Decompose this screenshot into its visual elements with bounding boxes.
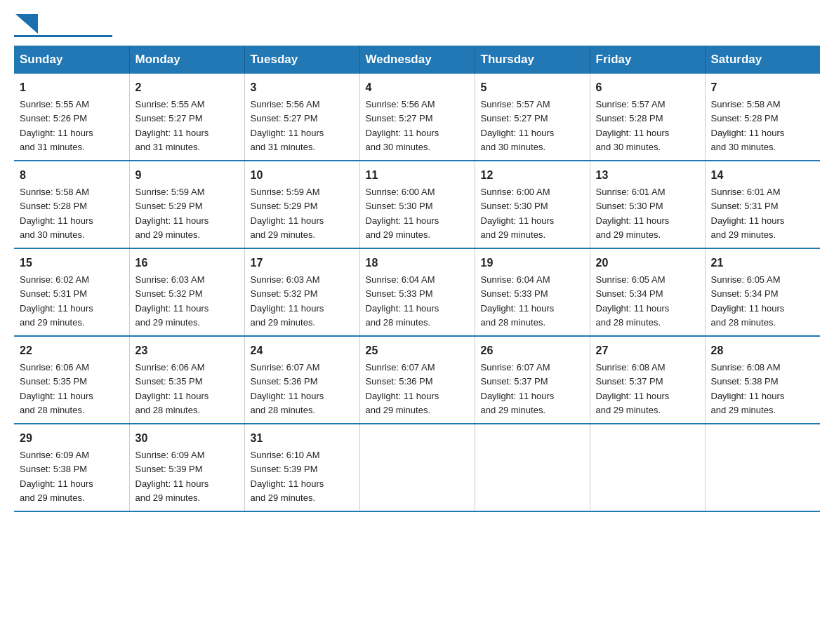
day-number: 25	[366, 342, 469, 359]
day-info: Sunrise: 6:01 AMSunset: 5:30 PMDaylight:…	[596, 187, 670, 240]
day-info: Sunrise: 5:59 AMSunset: 5:29 PMDaylight:…	[251, 187, 324, 240]
day-info: Sunrise: 6:07 AMSunset: 5:36 PMDaylight:…	[251, 362, 324, 415]
calendar-table: SundayMondayTuesdayWednesdayThursdayFrid…	[14, 46, 820, 512]
calendar-cell: 16Sunrise: 6:03 AMSunset: 5:32 PMDayligh…	[129, 248, 244, 336]
calendar-cell: 26Sunrise: 6:07 AMSunset: 5:37 PMDayligh…	[475, 336, 590, 424]
header-wednesday: Wednesday	[359, 46, 475, 74]
calendar-cell: 20Sunrise: 6:05 AMSunset: 5:34 PMDayligh…	[590, 248, 705, 336]
calendar-cell: 6Sunrise: 5:57 AMSunset: 5:28 PMDaylight…	[590, 74, 705, 161]
day-number: 13	[596, 167, 699, 184]
calendar-cell: 30Sunrise: 6:09 AMSunset: 5:39 PMDayligh…	[129, 424, 244, 511]
day-number: 10	[251, 167, 354, 184]
day-number: 20	[596, 255, 699, 271]
calendar-cell: 29Sunrise: 6:09 AMSunset: 5:38 PMDayligh…	[14, 424, 129, 511]
calendar-cell: 17Sunrise: 6:03 AMSunset: 5:32 PMDayligh…	[244, 248, 359, 336]
day-info: Sunrise: 6:04 AMSunset: 5:33 PMDaylight:…	[366, 274, 439, 328]
day-number: 28	[711, 342, 815, 359]
calendar-week-row: 1Sunrise: 5:55 AMSunset: 5:26 PMDaylight…	[14, 74, 820, 161]
day-number: 23	[135, 342, 239, 359]
header-saturday: Saturday	[705, 46, 820, 74]
day-info: Sunrise: 6:04 AMSunset: 5:33 PMDaylight:…	[481, 274, 555, 328]
day-info: Sunrise: 6:05 AMSunset: 5:34 PMDaylight:…	[711, 274, 785, 328]
calendar-cell: 19Sunrise: 6:04 AMSunset: 5:33 PMDayligh…	[475, 248, 590, 336]
calendar-cell: 31Sunrise: 6:10 AMSunset: 5:39 PMDayligh…	[244, 424, 359, 511]
svg-marker-0	[15, 14, 38, 34]
day-number: 31	[251, 430, 354, 447]
calendar-cell: 12Sunrise: 6:00 AMSunset: 5:30 PMDayligh…	[475, 161, 590, 248]
day-info: Sunrise: 6:09 AMSunset: 5:38 PMDaylight:…	[20, 450, 93, 503]
calendar-week-row: 22Sunrise: 6:06 AMSunset: 5:35 PMDayligh…	[14, 336, 820, 424]
day-info: Sunrise: 6:09 AMSunset: 5:39 PMDaylight:…	[135, 450, 209, 503]
day-number: 1	[20, 79, 124, 96]
day-info: Sunrise: 6:06 AMSunset: 5:35 PMDaylight:…	[135, 362, 209, 415]
calendar-cell	[705, 424, 820, 511]
calendar-cell: 8Sunrise: 5:58 AMSunset: 5:28 PMDaylight…	[14, 161, 129, 248]
day-info: Sunrise: 6:02 AMSunset: 5:31 PMDaylight:…	[20, 274, 93, 328]
calendar-cell: 13Sunrise: 6:01 AMSunset: 5:30 PMDayligh…	[590, 161, 705, 248]
calendar-cell: 11Sunrise: 6:00 AMSunset: 5:30 PMDayligh…	[359, 161, 475, 248]
day-info: Sunrise: 5:55 AMSunset: 5:26 PMDaylight:…	[20, 99, 93, 152]
day-info: Sunrise: 6:00 AMSunset: 5:30 PMDaylight:…	[481, 187, 555, 240]
day-info: Sunrise: 5:58 AMSunset: 5:28 PMDaylight:…	[711, 99, 785, 152]
day-number: 30	[135, 430, 239, 447]
header-tuesday: Tuesday	[244, 46, 359, 74]
calendar-cell: 21Sunrise: 6:05 AMSunset: 5:34 PMDayligh…	[705, 248, 820, 336]
day-number: 29	[20, 430, 124, 447]
calendar-cell	[475, 424, 590, 511]
day-number: 14	[711, 167, 815, 184]
day-number: 11	[366, 167, 469, 184]
calendar-cell: 9Sunrise: 5:59 AMSunset: 5:29 PMDaylight…	[129, 161, 244, 248]
day-info: Sunrise: 6:00 AMSunset: 5:30 PMDaylight:…	[366, 187, 439, 240]
day-info: Sunrise: 5:56 AMSunset: 5:27 PMDaylight:…	[366, 99, 439, 152]
calendar-cell: 24Sunrise: 6:07 AMSunset: 5:36 PMDayligh…	[244, 336, 359, 424]
day-number: 4	[366, 79, 469, 96]
day-number: 18	[366, 255, 469, 271]
day-info: Sunrise: 6:05 AMSunset: 5:34 PMDaylight:…	[596, 274, 670, 328]
calendar-week-row: 15Sunrise: 6:02 AMSunset: 5:31 PMDayligh…	[14, 248, 820, 336]
calendar-week-row: 29Sunrise: 6:09 AMSunset: 5:38 PMDayligh…	[14, 424, 820, 511]
page-header	[14, 14, 820, 37]
logo-line	[14, 35, 112, 37]
day-number: 15	[20, 255, 124, 271]
day-info: Sunrise: 5:58 AMSunset: 5:28 PMDaylight:…	[20, 187, 93, 240]
day-number: 6	[596, 79, 699, 96]
day-number: 3	[251, 79, 354, 96]
calendar-cell: 2Sunrise: 5:55 AMSunset: 5:27 PMDaylight…	[129, 74, 244, 161]
calendar-cell: 22Sunrise: 6:06 AMSunset: 5:35 PMDayligh…	[14, 336, 129, 424]
day-info: Sunrise: 5:57 AMSunset: 5:27 PMDaylight:…	[481, 99, 555, 152]
logo-icon	[15, 14, 38, 34]
day-number: 21	[711, 255, 815, 271]
header-thursday: Thursday	[475, 46, 590, 74]
calendar-cell: 3Sunrise: 5:56 AMSunset: 5:27 PMDaylight…	[244, 74, 359, 161]
day-info: Sunrise: 6:07 AMSunset: 5:36 PMDaylight:…	[366, 362, 439, 415]
calendar-cell: 14Sunrise: 6:01 AMSunset: 5:31 PMDayligh…	[705, 161, 820, 248]
header-sunday: Sunday	[14, 46, 129, 74]
calendar-cell: 15Sunrise: 6:02 AMSunset: 5:31 PMDayligh…	[14, 248, 129, 336]
calendar-cell: 10Sunrise: 5:59 AMSunset: 5:29 PMDayligh…	[244, 161, 359, 248]
day-number: 12	[481, 167, 584, 184]
calendar-week-row: 8Sunrise: 5:58 AMSunset: 5:28 PMDaylight…	[14, 161, 820, 248]
day-info: Sunrise: 6:06 AMSunset: 5:35 PMDaylight:…	[20, 362, 93, 415]
day-info: Sunrise: 5:57 AMSunset: 5:28 PMDaylight:…	[596, 99, 670, 152]
calendar-cell: 4Sunrise: 5:56 AMSunset: 5:27 PMDaylight…	[359, 74, 475, 161]
calendar-cell: 1Sunrise: 5:55 AMSunset: 5:26 PMDaylight…	[14, 74, 129, 161]
day-number: 24	[251, 342, 354, 359]
calendar-cell: 5Sunrise: 5:57 AMSunset: 5:27 PMDaylight…	[475, 74, 590, 161]
day-info: Sunrise: 6:08 AMSunset: 5:37 PMDaylight:…	[596, 362, 670, 415]
calendar-cell: 18Sunrise: 6:04 AMSunset: 5:33 PMDayligh…	[359, 248, 475, 336]
day-number: 16	[135, 255, 239, 271]
day-info: Sunrise: 6:03 AMSunset: 5:32 PMDaylight:…	[135, 274, 209, 328]
day-info: Sunrise: 6:01 AMSunset: 5:31 PMDaylight:…	[711, 187, 785, 240]
day-number: 27	[596, 342, 699, 359]
calendar-cell: 28Sunrise: 6:08 AMSunset: 5:38 PMDayligh…	[705, 336, 820, 424]
day-info: Sunrise: 5:55 AMSunset: 5:27 PMDaylight:…	[135, 99, 209, 152]
calendar-cell	[590, 424, 705, 511]
header-monday: Monday	[129, 46, 244, 74]
calendar-cell	[359, 424, 475, 511]
day-number: 2	[135, 79, 239, 96]
day-info: Sunrise: 6:10 AMSunset: 5:39 PMDaylight:…	[251, 450, 324, 503]
header-friday: Friday	[590, 46, 705, 74]
day-info: Sunrise: 5:59 AMSunset: 5:29 PMDaylight:…	[135, 187, 209, 240]
day-number: 5	[481, 79, 584, 96]
calendar-cell: 27Sunrise: 6:08 AMSunset: 5:37 PMDayligh…	[590, 336, 705, 424]
